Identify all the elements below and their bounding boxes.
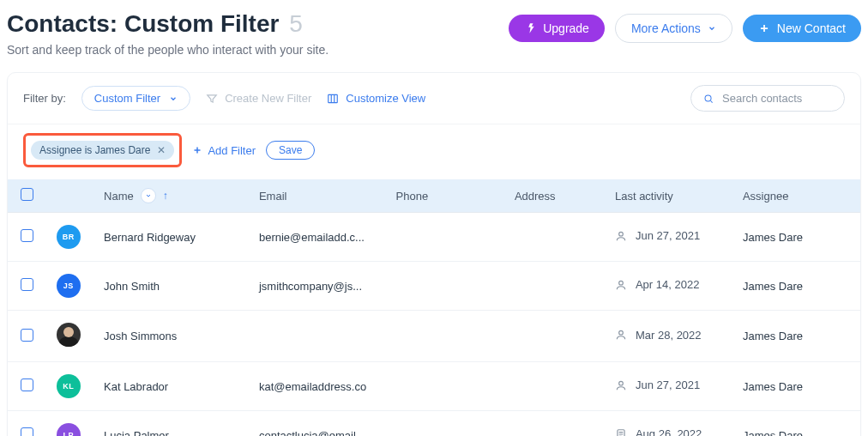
cell-last-activity: Aug 26, 2022	[605, 411, 732, 437]
select-all-checkbox[interactable]	[21, 188, 33, 201]
funnel-icon	[206, 93, 218, 105]
cell-last-activity: Apr 14, 2022	[605, 262, 732, 311]
cell-email: bernie@emailadd.c...	[249, 213, 386, 262]
filter-chip-label: Assignee is James Dare	[39, 144, 150, 156]
create-new-filter-label: Create New Filter	[225, 92, 311, 105]
cell-name: Josh Simmons	[93, 311, 249, 362]
avatar: LP	[57, 423, 81, 436]
person-icon	[615, 230, 627, 242]
cell-assignee: James Dare	[732, 311, 860, 362]
svg-point-4	[619, 331, 624, 336]
table-row[interactable]: BRBernard Ridgewaybernie@emailadd.c...Ju…	[8, 213, 860, 262]
column-header-email[interactable]: Email	[249, 179, 386, 213]
row-checkbox[interactable]	[21, 427, 33, 436]
row-checkbox[interactable]	[21, 378, 33, 391]
cell-assignee: James Dare	[732, 213, 860, 262]
new-contact-button[interactable]: New Contact	[743, 15, 861, 42]
page-title: Contacts: Custom Filter 5	[7, 10, 329, 38]
person-icon	[615, 329, 627, 341]
chevron-down-icon	[169, 94, 178, 103]
cell-name: Kat Labrador	[93, 362, 249, 411]
save-filter-button[interactable]: Save	[266, 141, 315, 160]
column-header-address[interactable]: Address	[504, 179, 605, 213]
cell-email	[249, 311, 386, 362]
filter-dropdown-label: Custom Filter	[94, 92, 160, 105]
avatar: BR	[57, 225, 81, 249]
last-activity-text: Jun 27, 2021	[636, 229, 700, 242]
avatar	[57, 323, 81, 347]
contacts-table: Name ↑ Email Phone Address Last activity…	[8, 179, 860, 436]
upgrade-icon	[524, 22, 536, 34]
column-header-phone[interactable]: Phone	[386, 179, 504, 213]
last-activity-text: Jun 27, 2021	[636, 378, 700, 391]
svg-rect-0	[329, 94, 338, 102]
remove-filter-icon[interactable]: ✕	[157, 144, 166, 156]
chevron-down-icon	[708, 24, 716, 33]
plus-icon	[192, 145, 202, 155]
column-header-name[interactable]: Name ↑	[93, 179, 249, 213]
column-header-last-activity[interactable]: Last activity	[605, 179, 732, 213]
more-actions-label: More Actions	[631, 21, 701, 35]
sort-toggle[interactable]	[141, 188, 156, 203]
search-contacts[interactable]	[690, 85, 845, 112]
cell-address	[504, 311, 605, 362]
customize-view-button[interactable]: Customize View	[327, 92, 425, 105]
plus-icon	[758, 22, 770, 34]
cell-name: John Smith	[93, 262, 249, 311]
svg-point-3	[619, 281, 624, 285]
row-checkbox[interactable]	[21, 229, 33, 242]
filter-by-label: Filter by:	[23, 92, 66, 105]
create-new-filter-button[interactable]: Create New Filter	[206, 92, 311, 105]
person-icon	[615, 279, 627, 291]
cell-phone	[386, 262, 504, 311]
cell-email: kat@emailaddress.co	[249, 362, 386, 411]
column-name-label: Name	[104, 190, 134, 203]
row-checkbox[interactable]	[21, 329, 33, 342]
cell-name: Bernard Ridgeway	[93, 213, 249, 262]
cell-name: Lucia Palmer	[93, 411, 249, 437]
save-filter-label: Save	[279, 144, 302, 156]
page-subtitle: Sort and keep track of the people who in…	[7, 43, 329, 57]
column-header-assignee[interactable]: Assignee	[732, 179, 860, 213]
cell-address	[504, 362, 605, 411]
last-activity-text: Apr 14, 2022	[636, 278, 699, 291]
person-icon	[615, 379, 627, 391]
table-row[interactable]: KLKat Labradorkat@emailaddress.coJun 27,…	[8, 362, 860, 411]
cell-address	[504, 411, 605, 437]
last-activity-text: Mar 28, 2022	[636, 329, 702, 342]
avatar: KL	[57, 374, 81, 398]
search-icon	[703, 93, 714, 105]
highlight-annotation: Assignee is James Dare ✕	[23, 133, 182, 167]
title-main: Custom Filter	[124, 10, 279, 37]
cell-phone	[386, 311, 504, 362]
table-row[interactable]: Josh SimmonsMar 28, 2022James Dare	[8, 311, 860, 362]
form-icon	[615, 428, 627, 436]
cell-last-activity: Jun 27, 2021	[605, 213, 732, 262]
new-contact-label: New Contact	[777, 21, 846, 35]
sort-asc-icon: ↑	[163, 190, 168, 202]
row-checkbox[interactable]	[21, 278, 33, 291]
upgrade-label: Upgrade	[543, 21, 589, 35]
more-actions-button[interactable]: More Actions	[615, 14, 732, 43]
add-filter-label: Add Filter	[208, 144, 256, 157]
chevron-down-icon	[145, 192, 152, 199]
cell-address	[504, 262, 605, 311]
applied-filters-row: Assignee is James Dare ✕ Add Filter Save	[8, 124, 860, 179]
table-row[interactable]: LPLucia Palmercontactlucia@email...Aug 2…	[8, 411, 860, 437]
cell-phone	[386, 411, 504, 437]
upgrade-button[interactable]: Upgrade	[509, 15, 605, 42]
add-filter-button[interactable]: Add Filter	[192, 144, 256, 157]
cell-last-activity: Jun 27, 2021	[605, 362, 732, 411]
table-row[interactable]: JSJohn Smithjsmithcompany@js...Apr 14, 2…	[8, 262, 860, 311]
filter-toolbar: Filter by: Custom Filter Create New Filt…	[8, 73, 860, 124]
svg-point-1	[705, 94, 711, 100]
search-input[interactable]	[720, 91, 832, 106]
cell-assignee: James Dare	[732, 362, 860, 411]
filter-dropdown[interactable]: Custom Filter	[81, 86, 190, 111]
table-header-row: Name ↑ Email Phone Address Last activity…	[8, 179, 860, 213]
contacts-panel: Filter by: Custom Filter Create New Filt…	[7, 72, 861, 436]
cell-email: contactlucia@email...	[249, 411, 386, 437]
filter-chip-assignee[interactable]: Assignee is James Dare ✕	[31, 141, 174, 160]
contact-count: 5	[289, 10, 303, 37]
cell-last-activity: Mar 28, 2022	[605, 311, 732, 362]
